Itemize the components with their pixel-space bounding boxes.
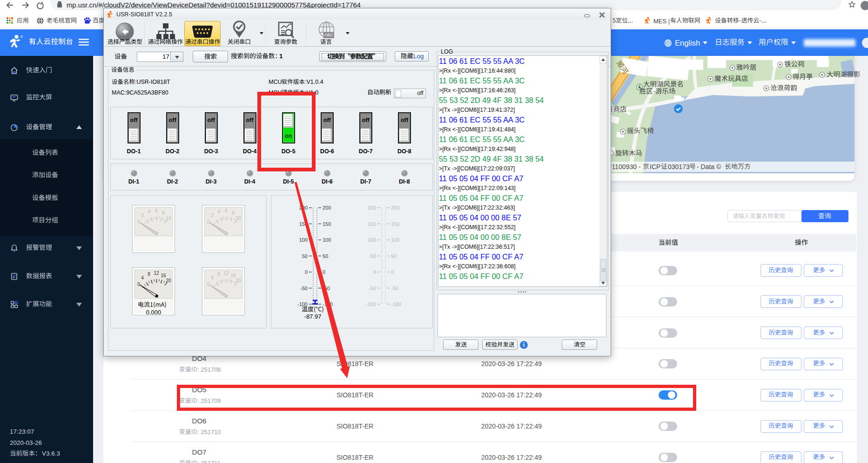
- svg-text:4: 4: [148, 209, 150, 214]
- svg-text:8: 8: [162, 211, 165, 216]
- svg-text:2: 2: [141, 213, 144, 218]
- svg-text:0: 0: [137, 282, 140, 287]
- svg-text:150: 150: [368, 221, 376, 227]
- svg-text:10: 10: [236, 216, 241, 221]
- svg-text:12: 12: [223, 271, 229, 276]
- svg-text:150: 150: [391, 221, 399, 227]
- svg-text:0: 0: [373, 269, 376, 275]
- svg-text:20: 20: [166, 278, 171, 283]
- svg-text:8: 8: [148, 272, 150, 277]
- svg-text:12: 12: [154, 271, 159, 276]
- svg-text:6: 6: [225, 208, 228, 213]
- svg-text:100: 100: [391, 237, 399, 243]
- svg-text:2: 2: [211, 213, 214, 218]
- svg-text:200: 200: [391, 205, 399, 211]
- svg-text:-50: -50: [391, 286, 398, 291]
- svg-text:6: 6: [155, 208, 158, 213]
- svg-text:100: 100: [368, 237, 376, 243]
- svg-text:20: 20: [236, 278, 241, 283]
- svg-text:10: 10: [166, 216, 171, 221]
- svg-text:200: 200: [368, 205, 376, 211]
- svg-text:0: 0: [137, 219, 140, 225]
- svg-text:4: 4: [217, 209, 220, 214]
- svg-text:8: 8: [232, 211, 235, 216]
- svg-text:0: 0: [391, 269, 394, 275]
- svg-text:50: 50: [391, 253, 397, 259]
- svg-text:0: 0: [207, 219, 210, 225]
- svg-text:16: 16: [161, 273, 166, 278]
- svg-text:4: 4: [141, 275, 144, 280]
- svg-text:50: 50: [370, 253, 376, 259]
- svg-text:16: 16: [230, 273, 236, 278]
- svg-text:-100: -100: [366, 301, 376, 307]
- svg-text:-100: -100: [391, 301, 401, 307]
- svg-text:4: 4: [211, 275, 214, 280]
- svg-text:-50: -50: [369, 286, 376, 291]
- svg-text:0: 0: [207, 282, 210, 287]
- svg-text:8: 8: [217, 272, 220, 277]
